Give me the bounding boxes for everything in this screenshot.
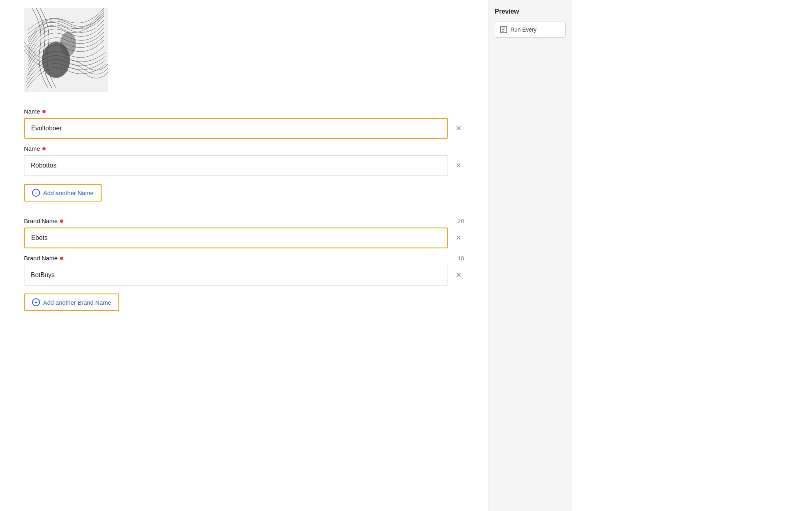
plus-circle-brand-icon: +: [32, 298, 40, 306]
main-content: Name ✕ Name ✕ + Add another Name: [0, 0, 488, 511]
brand-name-label-2: Brand Name: [24, 255, 63, 261]
brand-name-section: Brand Name 20 ✕ Brand Name 18 ✕ + Add an…: [24, 218, 464, 311]
name-clear-btn-1[interactable]: ✕: [453, 123, 464, 134]
run-every-icon: [500, 26, 507, 33]
add-another-name-button[interactable]: + Add another Name: [24, 184, 102, 202]
brand-name-label-row-1: Brand Name 20: [24, 218, 464, 224]
char-count-brand-2: 18: [458, 255, 464, 261]
brand-name-label-1: Brand Name: [24, 218, 63, 224]
name-field-2-label-row: Name: [24, 145, 464, 152]
name-clear-btn-2[interactable]: ✕: [453, 160, 464, 171]
run-every-button[interactable]: Run Every: [495, 22, 566, 38]
name-input-row-1: ✕: [24, 118, 464, 139]
char-count-brand-1: 20: [458, 218, 464, 224]
required-indicator-brand-1: [60, 220, 63, 223]
name-input-2[interactable]: [24, 155, 448, 176]
brand-name-input-2[interactable]: [24, 265, 448, 285]
name-label-1: Name: [24, 108, 464, 115]
thumbnail-image: [24, 8, 108, 92]
name-input-1[interactable]: [24, 118, 448, 139]
add-another-brand-name-button[interactable]: + Add another Brand Name: [24, 293, 119, 311]
plus-circle-icon: +: [32, 189, 40, 197]
brand-name-input-row-2: ✕: [24, 265, 464, 285]
brand-name-input-row-1: ✕: [24, 228, 464, 248]
brand-name-clear-btn-1[interactable]: ✕: [453, 232, 464, 244]
required-indicator-brand-2: [60, 257, 63, 260]
required-indicator-2: [42, 147, 46, 150]
required-indicator-1: [42, 110, 46, 113]
brand-name-clear-btn-2[interactable]: ✕: [453, 269, 464, 281]
brand-name-label-row-2: Brand Name 18: [24, 255, 464, 261]
svg-point-2: [60, 32, 76, 56]
name-label-2: Name: [24, 145, 464, 152]
name-section: Name ✕ Name ✕ + Add another Name: [24, 108, 464, 202]
thumbnail-area: [24, 8, 108, 92]
brand-name-input-1[interactable]: [24, 228, 448, 248]
right-sidebar: Preview Run Every: [488, 0, 572, 511]
name-field-1-label-row: Name: [24, 108, 464, 115]
preview-title: Preview: [495, 8, 566, 15]
name-input-row-2: ✕: [24, 155, 464, 176]
